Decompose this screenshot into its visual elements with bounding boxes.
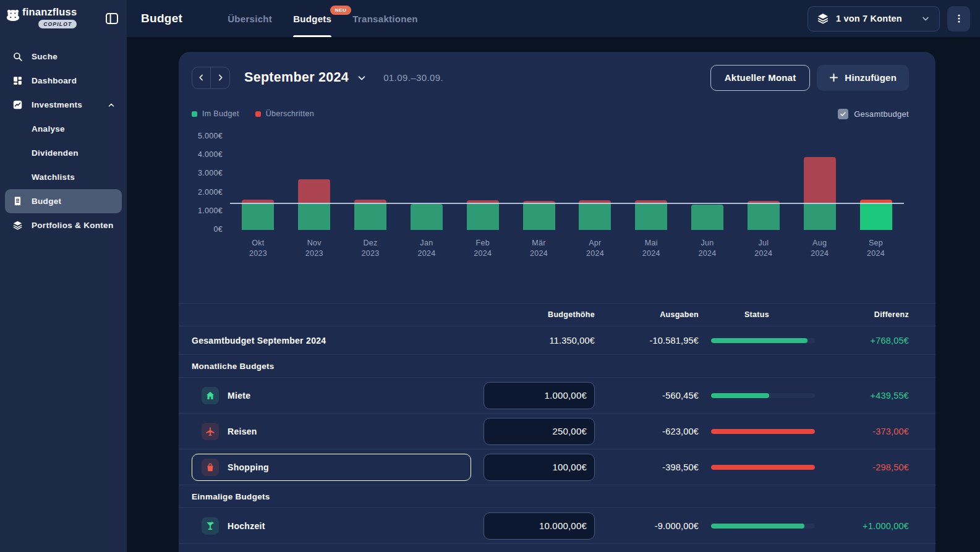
- budget-name-cell[interactable]: Shopping: [192, 454, 471, 481]
- header-budgethoehe: Budgethöhe: [471, 310, 595, 319]
- progress-fill: [711, 338, 807, 343]
- difference-value: -298,50€: [815, 462, 909, 472]
- chart-bar-dez-2023[interactable]: [354, 200, 386, 230]
- bar-in-budget-segment: [691, 205, 723, 230]
- section-header: Monatliche Budgets: [179, 355, 935, 378]
- investments-icon: [12, 100, 23, 110]
- expenses-value: -9.000,00€: [595, 521, 699, 531]
- sidebar-item-label: Budget: [32, 197, 61, 206]
- x-axis-label: Mär2024: [511, 238, 567, 259]
- chart-bar-mai-2024[interactable]: [635, 200, 667, 230]
- chevron-down-icon[interactable]: [356, 72, 367, 83]
- budget-amount-input-reisen[interactable]: [484, 418, 595, 445]
- table-row-miete: Miete-560,45€+439,55€: [179, 378, 935, 414]
- bar-exceeded-segment: [298, 179, 330, 203]
- progress-bar: [711, 524, 815, 529]
- legend-label: Im Budget: [202, 109, 239, 118]
- topbar-right: 1 von 7 Konten: [807, 6, 970, 32]
- tab-transaktionen[interactable]: Transaktionen: [352, 0, 418, 37]
- house-icon: [202, 387, 219, 404]
- bag-icon: [202, 459, 219, 476]
- next-month-button[interactable]: [211, 67, 229, 88]
- sidebar-item-portfolios-konten[interactable]: Portfolios & Konten: [5, 213, 122, 237]
- y-axis-tick: 5.000€: [185, 132, 223, 140]
- tab-bar: Übersicht Budgets NEU Transaktionen: [228, 0, 418, 37]
- sidebar-item-analyse[interactable]: Analyse: [5, 117, 122, 141]
- sidebar-item-budget[interactable]: Budget: [5, 189, 122, 213]
- budget-name-cell[interactable]: Reisen: [192, 423, 471, 440]
- header-differenz: Differenz: [815, 310, 909, 319]
- sidebar-item-label: Dashboard: [32, 76, 77, 85]
- checkbox-checked-icon: [838, 109, 848, 119]
- total-budget-checkbox[interactable]: Gesamtbudget: [838, 109, 909, 119]
- chart-bar-aug-2024[interactable]: [804, 157, 836, 230]
- table-row-hochzeit: Hochzeit-9.000,00€+1.000,00€: [179, 508, 935, 544]
- x-axis-label: Nov2023: [286, 238, 343, 259]
- more-options-button[interactable]: [947, 6, 970, 32]
- previous-month-button[interactable]: [192, 67, 211, 88]
- chart-bar-jun-2024[interactable]: [691, 205, 723, 230]
- chart-legend: Im Budget Überschritten Gesamtbudget: [192, 108, 909, 119]
- progress-fill: [711, 524, 804, 529]
- tab-budgets[interactable]: Budgets NEU: [293, 0, 331, 37]
- tab-uebersicht[interactable]: Übersicht: [228, 0, 272, 37]
- budget-amount-input-miete[interactable]: [484, 382, 595, 409]
- budget-cell: [471, 454, 595, 481]
- budget-name-focused-box[interactable]: Shopping: [192, 454, 471, 481]
- budget-name-cell[interactable]: Miete: [192, 387, 471, 404]
- bar-in-budget-segment: [860, 203, 892, 230]
- page-title: Budget: [141, 12, 182, 25]
- search-icon: [12, 51, 23, 62]
- account-select[interactable]: 1 von 7 Konten: [807, 6, 940, 32]
- budget-card: September 2024 01.09.–30.09. Aktueller M…: [179, 52, 935, 552]
- chart-bar-nov-2023[interactable]: [298, 179, 330, 230]
- progress-fill: [711, 393, 769, 398]
- sidebar-item-investments[interactable]: Investments: [5, 93, 122, 117]
- hippo-logo-icon: [5, 8, 21, 22]
- current-month-button[interactable]: Aktueller Monat: [710, 65, 811, 91]
- add-budget-button[interactable]: Hinzufügen: [817, 65, 909, 91]
- chart-bar-mär-2024[interactable]: [523, 201, 555, 230]
- budget-name-label: Shopping: [228, 462, 269, 472]
- chart-bar-okt-2023[interactable]: [242, 200, 274, 230]
- chart-bar-feb-2024[interactable]: [467, 200, 499, 230]
- chevron-left-icon: [197, 73, 206, 82]
- status-cell: [699, 465, 815, 470]
- sidebar-toggle-icon[interactable]: [104, 11, 119, 26]
- sidebar-item-dividenden[interactable]: Dividenden: [5, 141, 122, 165]
- topbar: Budget Übersicht Budgets NEU Transaktion…: [127, 0, 980, 37]
- cocktail-icon: [202, 517, 219, 535]
- budget-amount-input-shopping[interactable]: [484, 454, 595, 481]
- budget-table: Budgethöhe Ausgaben Status Differenz Ges…: [179, 303, 935, 544]
- month-pager: [192, 67, 230, 89]
- sidebar-nav: SucheDashboardInvestmentsAnalyseDividend…: [0, 45, 127, 237]
- copilot-badge: COPILOT: [38, 20, 77, 28]
- chart-plot-area: [230, 137, 904, 230]
- chart-bar-jan-2024[interactable]: [411, 204, 443, 230]
- sidebar-item-dashboard[interactable]: Dashboard: [5, 69, 122, 93]
- sidebar-item-label: Analyse: [32, 124, 65, 134]
- sidebar-item-suche[interactable]: Suche: [5, 45, 122, 69]
- layers-icon: [12, 220, 23, 231]
- x-axis-label: Jul2024: [735, 238, 791, 259]
- account-select-label: 1 von 7 Konten: [836, 14, 902, 23]
- red-dot-icon: [255, 111, 261, 117]
- budget-name-cell[interactable]: Hochzeit: [192, 517, 471, 535]
- chart-bar-sep-2024[interactable]: [860, 200, 892, 230]
- chart-bar-jul-2024[interactable]: [748, 201, 780, 230]
- chart-bar-apr-2024[interactable]: [579, 200, 611, 230]
- app-root: finanzfluss COPILOT SucheDashboardInvest…: [0, 0, 980, 552]
- x-axis-label: Feb2024: [454, 238, 511, 259]
- sidebar-item-watchlists[interactable]: Watchlists: [5, 165, 122, 189]
- sidebar-item-label: Portfolios & Konten: [32, 221, 113, 230]
- sidebar: finanzfluss COPILOT SucheDashboardInvest…: [0, 0, 127, 552]
- bar-in-budget-segment: [242, 203, 274, 230]
- budget-amount-input-hochzeit[interactable]: [484, 512, 595, 540]
- y-axis-tick: 0€: [185, 225, 223, 234]
- progress-bar: [711, 393, 815, 398]
- logo-text: finanzfluss: [22, 6, 77, 18]
- bar-in-budget-segment: [579, 203, 611, 230]
- legend-in-budget: Im Budget: [192, 109, 239, 118]
- expenses-value: -10.581,95€: [595, 336, 699, 346]
- month-title[interactable]: September 2024: [244, 70, 349, 85]
